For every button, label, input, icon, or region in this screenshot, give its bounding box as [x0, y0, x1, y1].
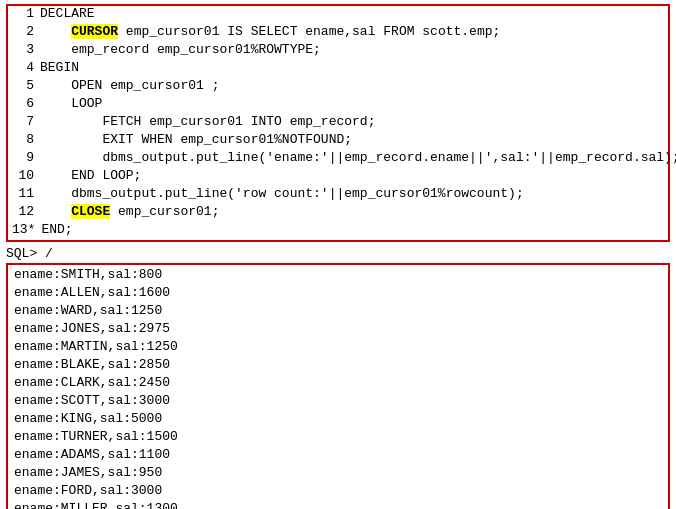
close-keyword: CLOSE: [71, 204, 110, 219]
output-row-3: ename:WARD,sal:1250: [12, 303, 664, 321]
line-content-12: CLOSE emp_cursor01;: [40, 204, 219, 219]
output-row-7: ename:CLARK,sal:2450: [12, 375, 664, 393]
output-row-1: ename:SMITH,sal:800: [12, 267, 664, 285]
line-num-5: 5: [12, 78, 40, 93]
line-4: 4 BEGIN: [8, 60, 668, 78]
line-1: 1 DECLARE: [8, 6, 668, 24]
line-3: 3 emp_record emp_cursor01%ROWTYPE;: [8, 42, 668, 60]
output-row-9: ename:KING,sal:5000: [12, 411, 664, 429]
line-9: 9 dbms_output.put_line('ename:'||emp_rec…: [8, 150, 668, 168]
line-10: 10 END LOOP;: [8, 168, 668, 186]
code-block: 1 DECLARE 2 CURSOR emp_cursor01 IS SELEC…: [6, 4, 670, 242]
cursor-keyword: CURSOR: [71, 24, 118, 39]
line-content-1: DECLARE: [40, 6, 95, 21]
line-13: 13* END;: [8, 222, 668, 240]
sql-prompt: SQL> /: [0, 244, 676, 263]
line-8: 8 EXIT WHEN emp_cursor01%NOTFOUND;: [8, 132, 668, 150]
output-row-6: ename:BLAKE,sal:2850: [12, 357, 664, 375]
output-row-4: ename:JONES,sal:2975: [12, 321, 664, 339]
line-num-2: 2: [12, 24, 40, 39]
line-num-10: 10: [12, 168, 40, 183]
line-5: 5 OPEN emp_cursor01 ;: [8, 78, 668, 96]
line-num-13: 13*: [12, 222, 41, 237]
line-num-11: 11: [12, 186, 40, 201]
output-row-11: ename:ADAMS,sal:1100: [12, 447, 664, 465]
line-num-1: 1: [12, 6, 40, 21]
line-content-7: FETCH emp_cursor01 INTO emp_record;: [40, 114, 375, 129]
output-row-13: ename:FORD,sal:3000: [12, 483, 664, 501]
output-row-12: ename:JAMES,sal:950: [12, 465, 664, 483]
output-row-5: ename:MARTIN,sal:1250: [12, 339, 664, 357]
output-block: ename:SMITH,sal:800 ename:ALLEN,sal:1600…: [6, 263, 670, 509]
output-row-14: ename:MILLER,sal:1300: [12, 501, 664, 509]
line-content-11: dbms_output.put_line('row count:'||emp_c…: [40, 186, 524, 201]
output-row-10: ename:TURNER,sal:1500: [12, 429, 664, 447]
line-content-8: EXIT WHEN emp_cursor01%NOTFOUND;: [40, 132, 352, 147]
line-2: 2 CURSOR emp_cursor01 IS SELECT ename,sa…: [8, 24, 668, 42]
output-row-2: ename:ALLEN,sal:1600: [12, 285, 664, 303]
line-num-8: 8: [12, 132, 40, 147]
editor-area: 1 DECLARE 2 CURSOR emp_cursor01 IS SELEC…: [0, 0, 676, 509]
line-num-6: 6: [12, 96, 40, 111]
line-num-9: 9: [12, 150, 40, 165]
line-content-3: emp_record emp_cursor01%ROWTYPE;: [40, 42, 321, 57]
line-num-7: 7: [12, 114, 40, 129]
line-content-5: OPEN emp_cursor01 ;: [40, 78, 219, 93]
line-num-3: 3: [12, 42, 40, 57]
line-11: 11 dbms_output.put_line('row count:'||em…: [8, 186, 668, 204]
line-content-2: CURSOR emp_cursor01 IS SELECT ename,sal …: [40, 24, 500, 39]
line-num-4: 4: [12, 60, 40, 75]
output-row-8: ename:SCOTT,sal:3000: [12, 393, 664, 411]
line-6: 6 LOOP: [8, 96, 668, 114]
line-content-10: END LOOP;: [40, 168, 141, 183]
line-content-9: dbms_output.put_line('ename:'||emp_recor…: [40, 150, 676, 165]
line-content-13: END;: [41, 222, 72, 237]
line-12: 12 CLOSE emp_cursor01;: [8, 204, 668, 222]
line-7: 7 FETCH emp_cursor01 INTO emp_record;: [8, 114, 668, 132]
line-content-4: BEGIN: [40, 60, 79, 75]
line-num-12: 12: [12, 204, 40, 219]
line-content-6: LOOP: [40, 96, 102, 111]
